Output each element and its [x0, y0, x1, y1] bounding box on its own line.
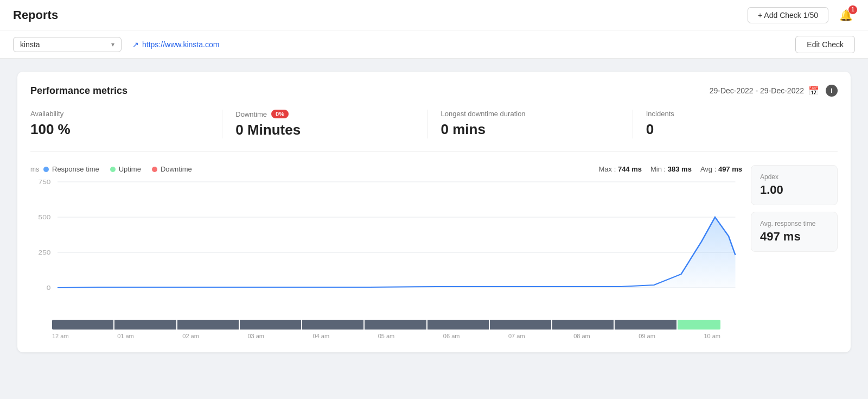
chart-stats: Max : 744 ms Min : 383 ms Avg : 497 ms [598, 165, 742, 173]
chart-legend: Response time Uptime Downtime [43, 165, 192, 173]
status-segment-grey-4 [240, 320, 301, 330]
availability-value: 100 % [30, 121, 209, 138]
top-header: Reports + Add Check 1/50 🔔 1 [0, 0, 868, 30]
legend-downtime-label: Downtime [161, 165, 192, 173]
chart-container: ms Response time Uptime Downtime [30, 165, 838, 339]
date-range: 29-Dec-2022 - 29-Dec-2022 📅 i [710, 85, 838, 97]
x-axis-labels: 12 am 01 am 02 am 03 am 04 am 05 am 06 a… [30, 333, 742, 339]
y-axis-label: ms [30, 166, 39, 173]
status-segment-grey-8 [490, 320, 551, 330]
min-stat: Min : 383 ms [650, 165, 692, 173]
x-label-12am: 12 am [52, 333, 69, 339]
add-check-button[interactable]: + Add Check 1/50 [748, 7, 828, 23]
x-label-09am: 09 am [639, 333, 655, 339]
status-segment-grey-1 [52, 320, 113, 330]
metrics-card: Performance metrics 29-Dec-2022 - 29-Dec… [17, 72, 851, 352]
status-segment-grey-3 [177, 320, 239, 330]
edit-check-button[interactable]: Edit Check [795, 36, 855, 53]
incidents-value: 0 [646, 121, 825, 138]
external-link-icon: ↗ [132, 40, 139, 49]
metrics-row: Availability 100 % Downtime 0% 0 Minutes… [30, 110, 838, 152]
downtime-badge: 0% [271, 110, 289, 118]
legend-response-time: Response time [43, 165, 99, 173]
chevron-down-icon: ▾ [111, 41, 114, 48]
metric-downtime: Downtime 0% 0 Minutes [222, 110, 427, 138]
card-header: Performance metrics 29-Dec-2022 - 29-Dec… [30, 85, 838, 97]
site-url-text: https://www.kinsta.com [142, 40, 219, 49]
chart-svg: 750 500 250 0 [30, 176, 742, 318]
calendar-icon[interactable]: 📅 [808, 86, 819, 96]
card-title: Performance metrics [30, 85, 127, 97]
notification-badge: 1 [848, 5, 857, 14]
status-segment-grey-2 [114, 320, 176, 330]
svg-text:500: 500 [39, 214, 51, 220]
chart-svg-wrapper: 750 500 250 0 [30, 176, 742, 318]
uptime-dot [110, 167, 116, 172]
status-segment-grey-10 [615, 320, 676, 330]
apdex-value: 1.00 [760, 183, 828, 197]
max-stat: Max : 744 ms [598, 165, 642, 173]
legend-uptime-label: Uptime [119, 165, 141, 173]
avg-response-card: Avg. response time 497 ms [751, 212, 838, 252]
header-actions: + Add Check 1/50 🔔 1 [748, 7, 855, 24]
site-url-link[interactable]: ↗ https://www.kinsta.com [132, 40, 219, 49]
legend-response-time-label: Response time [52, 165, 99, 173]
avg-stat: Avg : 497 ms [700, 165, 742, 173]
metric-longest-downtime: Longest downtime duration 0 mins [428, 110, 633, 138]
chart-main: ms Response time Uptime Downtime [30, 165, 742, 339]
incidents-label: Incidents [646, 110, 825, 118]
site-selector[interactable]: kinsta ▾ [13, 37, 122, 52]
x-label-04am: 04 am [313, 333, 330, 339]
longest-downtime-value: 0 mins [441, 121, 620, 138]
status-segment-grey-9 [552, 320, 614, 330]
status-segment-grey-6 [365, 320, 426, 330]
x-label-02am: 02 am [182, 333, 199, 339]
main-content: Performance metrics 29-Dec-2022 - 29-Dec… [0, 59, 868, 365]
x-label-03am: 03 am [247, 333, 264, 339]
availability-label: Availability [30, 110, 209, 118]
legend-downtime: Downtime [152, 165, 192, 173]
status-segment-green [678, 320, 720, 330]
site-name: kinsta [20, 40, 40, 49]
metric-incidents: Incidents 0 [633, 110, 838, 138]
x-label-05am: 05 am [378, 333, 395, 339]
x-label-08am: 08 am [573, 333, 590, 339]
x-label-01am: 01 am [117, 333, 134, 339]
sub-header-left: kinsta ▾ ↗ https://www.kinsta.com [13, 37, 219, 52]
downtime-dot [152, 167, 157, 172]
status-segment-grey-5 [302, 320, 363, 330]
x-label-07am: 07 am [508, 333, 525, 339]
downtime-value: 0 Minutes [235, 122, 414, 138]
notification-button[interactable]: 🔔 1 [837, 7, 855, 24]
info-icon[interactable]: i [826, 85, 838, 97]
svg-text:0: 0 [47, 284, 51, 291]
metric-availability: Availability 100 % [30, 110, 222, 138]
date-range-text: 29-Dec-2022 - 29-Dec-2022 [710, 86, 804, 95]
legend-uptime: Uptime [110, 165, 141, 173]
page-title: Reports [13, 8, 58, 22]
x-label-06am: 06 am [443, 333, 460, 339]
sub-header: kinsta ▾ ↗ https://www.kinsta.com Edit C… [0, 30, 868, 59]
avg-response-value: 497 ms [760, 230, 828, 244]
downtime-label: Downtime 0% [235, 110, 414, 118]
response-time-dot [43, 167, 49, 172]
svg-text:250: 250 [39, 249, 51, 256]
apdex-label: Apdex [760, 173, 828, 181]
chart-sidebar: Apdex 1.00 Avg. response time 497 ms [751, 165, 838, 339]
status-segment-grey-7 [427, 320, 489, 330]
apdex-card: Apdex 1.00 [751, 165, 838, 205]
avg-response-label: Avg. response time [760, 220, 828, 227]
svg-text:750: 750 [39, 179, 51, 185]
longest-downtime-label: Longest downtime duration [441, 110, 620, 118]
status-bar-container [30, 320, 742, 330]
x-label-10am: 10 am [704, 333, 720, 339]
